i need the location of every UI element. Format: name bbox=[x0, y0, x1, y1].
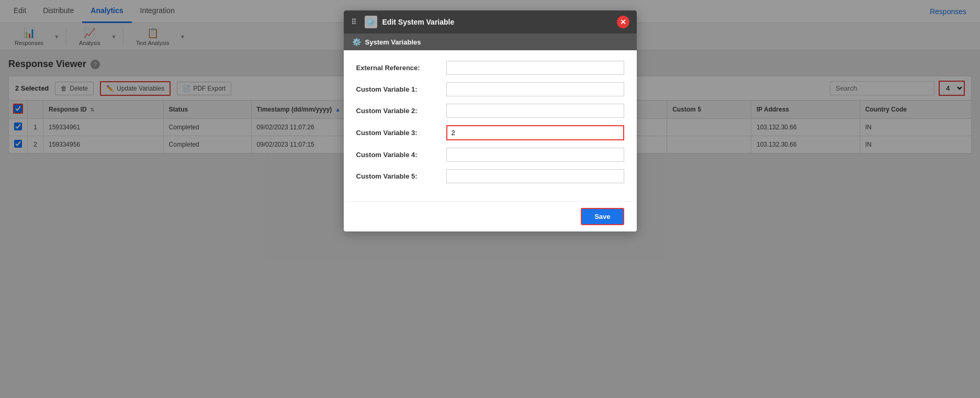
form-label-5: Custom Variable 5: bbox=[356, 172, 440, 180]
system-variables-icon: ⚙️ bbox=[352, 38, 361, 46]
form-row-0: External Reference: bbox=[356, 61, 624, 75]
form-label-3: Custom Variable 3: bbox=[356, 129, 440, 137]
form-input-1[interactable] bbox=[446, 82, 624, 96]
modal-title: Edit System Variable bbox=[382, 18, 455, 26]
form-row-3: Custom Variable 3: bbox=[356, 125, 624, 140]
form-label-0: External Reference: bbox=[356, 64, 440, 72]
form-input-0[interactable] bbox=[446, 61, 624, 75]
modal-close-button[interactable]: ✕ bbox=[617, 16, 629, 28]
form-row-4: Custom Variable 4: bbox=[356, 148, 624, 162]
form-label-1: Custom Variable 1: bbox=[356, 85, 440, 93]
form-input-5[interactable] bbox=[446, 169, 624, 183]
form-row-1: Custom Variable 1: bbox=[356, 82, 624, 96]
save-button[interactable]: Save bbox=[581, 208, 624, 225]
modal-footer: Save bbox=[344, 201, 637, 231]
form-input-2[interactable] bbox=[446, 104, 624, 118]
form-input-4[interactable] bbox=[446, 148, 624, 162]
modal-titlebar: ⠿ ⚙️ Edit System Variable ✕ bbox=[344, 10, 637, 34]
modal-section-title: System Variables bbox=[365, 38, 421, 46]
edit-system-variable-modal: ⠿ ⚙️ Edit System Variable ✕ ⚙️ System Va… bbox=[344, 10, 637, 231]
drag-handle-icon: ⠿ bbox=[351, 18, 356, 26]
form-input-3[interactable] bbox=[446, 125, 624, 140]
form-label-2: Custom Variable 2: bbox=[356, 107, 440, 115]
modal-body: External Reference: Custom Variable 1: C… bbox=[344, 50, 637, 201]
modal-overlay: ⠿ ⚙️ Edit System Variable ✕ ⚙️ System Va… bbox=[0, 0, 980, 398]
form-row-5: Custom Variable 5: bbox=[356, 169, 624, 183]
form-row-2: Custom Variable 2: bbox=[356, 104, 624, 118]
form-label-4: Custom Variable 4: bbox=[356, 151, 440, 159]
modal-title-icon: ⚙️ bbox=[365, 16, 377, 28]
modal-section-header: ⚙️ System Variables bbox=[344, 34, 637, 50]
